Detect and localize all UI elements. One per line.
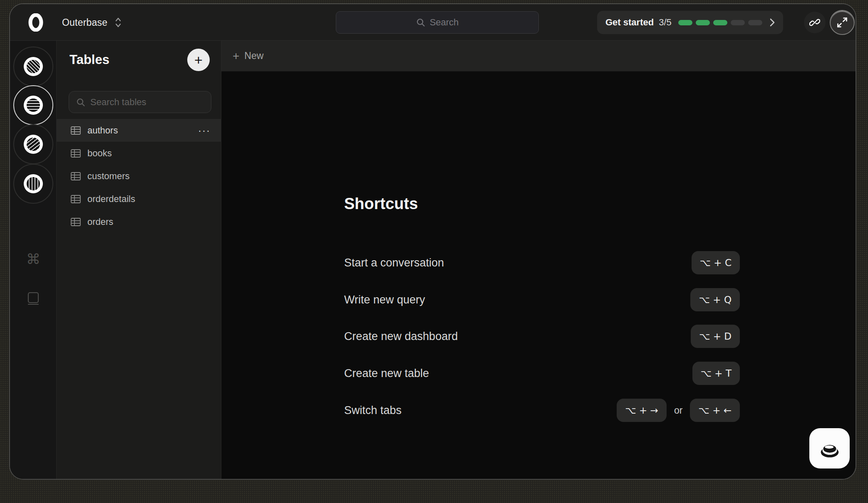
- table-row-customers[interactable]: customers: [57, 165, 221, 187]
- kbd-option-d: ⌥ + D: [691, 325, 740, 348]
- main-area: + New Shortcuts Start a conversation ⌥ +…: [221, 41, 856, 480]
- get-started-progress: 3/5: [659, 17, 672, 28]
- expand-icon: [836, 17, 848, 28]
- workspace-avatar: [24, 174, 43, 193]
- table-row-books[interactable]: books: [57, 142, 221, 165]
- share-link-button[interactable]: [804, 12, 826, 33]
- progress-pill-done: [696, 20, 710, 25]
- shortcuts-panel: Shortcuts Start a conversation ⌥ + C Wri…: [221, 72, 856, 480]
- table-name: customers: [87, 171, 129, 182]
- outerbase-logo-icon: [28, 13, 43, 32]
- table-icon: [71, 218, 81, 226]
- progress-pill-todo: [748, 20, 762, 25]
- workspace-1-icon: [27, 60, 40, 73]
- table-name: authors: [87, 125, 118, 136]
- sidebar-title: Tables: [69, 52, 109, 67]
- shortcut-label: Start a conversation: [344, 256, 444, 269]
- kbd-option-t: ⌥ + T: [692, 362, 740, 385]
- new-tab-label: New: [244, 50, 263, 62]
- table-row-orders[interactable]: orders: [57, 210, 221, 233]
- table-row-authors[interactable]: authors ···: [57, 119, 221, 142]
- global-search-placeholder: Search: [430, 17, 459, 28]
- sidebar-item-workspace-2[interactable]: [13, 85, 53, 125]
- chevron-updown-icon: [115, 17, 122, 28]
- search-tables-input[interactable]: Search tables: [69, 91, 211, 113]
- global-search-input[interactable]: Search: [336, 11, 539, 34]
- table-more-menu[interactable]: ···: [198, 125, 211, 136]
- table-icon: [71, 126, 81, 135]
- workspace-switcher[interactable]: Outerbase: [62, 4, 122, 41]
- app-window: Outerbase Search Get started 3/5: [9, 3, 856, 480]
- workspace-4-icon: [27, 177, 40, 190]
- kbd-option-c: ⌥ + C: [692, 251, 740, 274]
- table-icon: [71, 195, 81, 203]
- expand-button[interactable]: [830, 10, 855, 35]
- page-title: Shortcuts: [344, 195, 418, 213]
- workspace-2-icon: [27, 99, 40, 112]
- kbd-option-q: ⌥ + Q: [690, 288, 740, 311]
- new-tab-button[interactable]: + New: [233, 50, 263, 62]
- table-row-orderdetails[interactable]: orderdetails: [57, 187, 221, 210]
- get-started-button[interactable]: Get started 3/5: [597, 11, 783, 34]
- shortcut-row: Create new dashboard ⌥ + D: [344, 325, 740, 348]
- table-icon: [71, 172, 81, 180]
- shortcut-row: Create new table ⌥ + T: [344, 362, 740, 385]
- progress-pill-done: [678, 20, 692, 25]
- shortcut-label: Create new dashboard: [344, 330, 458, 343]
- workspace-3-icon: [27, 138, 40, 151]
- search-tables-placeholder: Search tables: [90, 97, 146, 108]
- kbd-option-left: ⌥ + ←: [690, 399, 740, 422]
- shortcut-label: Switch tabs: [344, 404, 402, 417]
- chevron-right-icon: [770, 18, 775, 27]
- table-name: books: [87, 148, 112, 159]
- progress-pill-done: [713, 20, 727, 25]
- workspace-name: Outerbase: [62, 17, 107, 28]
- docs-book-icon[interactable]: [10, 291, 57, 308]
- link-icon: [809, 17, 820, 28]
- help-chat-button[interactable]: [809, 428, 850, 468]
- search-icon: [76, 98, 85, 107]
- kbd-option-right: ⌥ + →: [617, 399, 667, 422]
- tab-bar: + New: [221, 41, 856, 72]
- workspace-avatar: [24, 96, 43, 115]
- get-started-label: Get started: [605, 17, 654, 28]
- sidebar-item-workspace-4[interactable]: [13, 164, 53, 204]
- progress-pill-todo: [731, 20, 745, 25]
- search-icon: [416, 18, 425, 27]
- workspace-avatar: [24, 135, 43, 154]
- shortcut-label: Write new query: [344, 293, 425, 306]
- table-icon: [71, 149, 81, 158]
- table-list: authors ··· books custom: [57, 119, 221, 233]
- shortcut-row: Write new query ⌥ + Q: [344, 288, 740, 311]
- tables-sidebar: Tables + Search tables authors ···: [57, 41, 221, 480]
- sidebar-item-workspace-1[interactable]: [13, 47, 53, 86]
- workspace-avatar: [24, 57, 43, 76]
- button-hat-icon: [817, 438, 843, 459]
- command-menu-icon[interactable]: ⌘: [10, 251, 57, 267]
- table-name: orderdetails: [87, 194, 135, 205]
- get-started-progress-pills: [678, 20, 762, 25]
- sidebar-item-workspace-3[interactable]: [13, 124, 53, 164]
- shortcut-row: Switch tabs ⌥ + → or ⌥ + ←: [344, 399, 740, 422]
- top-bar: Outerbase Search Get started 3/5: [10, 4, 856, 41]
- shortcut-row: Start a conversation ⌥ + C: [344, 251, 740, 274]
- or-separator: or: [674, 405, 682, 416]
- workspace-rail: ⌘ ⚙: [10, 41, 57, 480]
- shortcut-label: Create new table: [344, 367, 429, 380]
- table-name: orders: [87, 217, 113, 227]
- add-table-button[interactable]: +: [187, 49, 210, 71]
